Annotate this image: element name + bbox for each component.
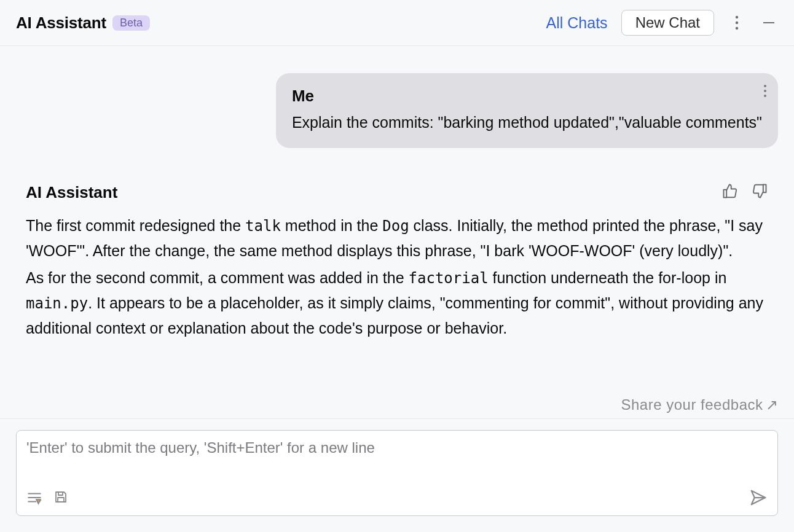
ai-sender-label: AI Assistant	[26, 183, 117, 202]
header-bar: AI Assistant Beta All Chats New Chat	[0, 0, 794, 46]
more-vertical-icon[interactable]	[728, 14, 746, 32]
chat-area: Me Explain the commits: "barking method …	[0, 46, 794, 393]
svg-point-6	[764, 95, 766, 97]
svg-point-2	[736, 27, 738, 29]
code-token: main.py	[26, 295, 88, 312]
svg-point-4	[764, 85, 766, 87]
code-token: Dog	[382, 217, 409, 235]
svg-point-1	[736, 22, 738, 24]
ai-text: The first commit redesigned the	[26, 217, 245, 234]
svg-point-0	[736, 16, 738, 18]
ai-message-header: AI Assistant	[26, 182, 768, 202]
code-token: factorial	[409, 270, 489, 287]
code-token: talk	[245, 217, 281, 235]
ai-paragraph: As for the second commit, a comment was …	[26, 265, 768, 340]
ai-feedback-actions	[721, 182, 768, 202]
input-toolbar	[26, 488, 768, 509]
input-zone	[0, 418, 794, 532]
minimize-icon[interactable]	[760, 14, 778, 32]
svg-point-5	[764, 90, 766, 92]
header-left: AI Assistant Beta	[16, 14, 150, 33]
ai-text: method in the	[281, 217, 382, 234]
app-title: AI Assistant	[16, 14, 106, 33]
save-icon[interactable]	[53, 490, 68, 508]
ai-text: . It appears to be a placeholder, as it …	[26, 294, 763, 337]
thumbs-down-icon[interactable]	[751, 182, 768, 202]
ai-text: As for the second commit, a comment was …	[26, 269, 409, 286]
user-sender-label: Me	[292, 87, 762, 106]
chat-input[interactable]	[26, 439, 768, 485]
external-arrow-icon: ↗	[766, 396, 779, 413]
ai-message-body: The first commit redesigned the talk met…	[26, 213, 768, 341]
beta-badge: Beta	[112, 15, 150, 31]
all-chats-link[interactable]: All Chats	[546, 14, 608, 32]
chat-input-box	[16, 430, 778, 516]
user-message: Me Explain the commits: "barking method …	[276, 73, 778, 148]
insert-lines-icon[interactable]	[26, 490, 42, 508]
new-chat-button[interactable]: New Chat	[621, 10, 714, 36]
thumbs-up-icon[interactable]	[721, 182, 739, 202]
svg-marker-10	[36, 499, 41, 504]
feedback-label: Share your feedback	[621, 396, 763, 413]
send-button[interactable]	[749, 488, 768, 509]
header-right: All Chats New Chat	[546, 10, 778, 36]
ai-message: AI Assistant The first commit redesigned…	[16, 182, 778, 343]
message-more-icon[interactable]	[763, 84, 767, 100]
user-message-text: Explain the commits: "barking method upd…	[292, 112, 762, 133]
ai-paragraph: The first commit redesigned the talk met…	[26, 213, 768, 263]
share-feedback-link[interactable]: Share your feedback↗	[0, 393, 794, 418]
ai-text: function underneath the for-loop in	[489, 269, 727, 286]
